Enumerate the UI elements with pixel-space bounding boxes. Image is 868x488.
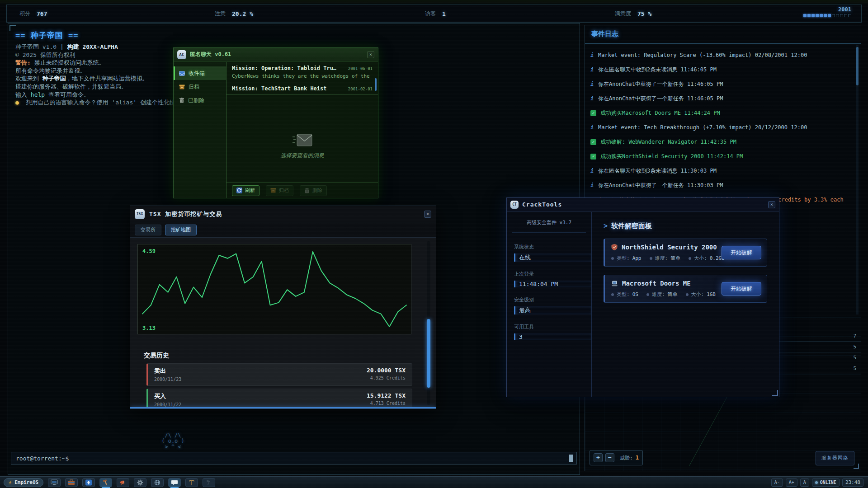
zoom-out-button[interactable]: −: [605, 453, 614, 462]
terminal-segment: 欢迎来到: [15, 75, 42, 82]
target-name: NorthShield Security 2000: [622, 244, 717, 251]
server-network-button[interactable]: 服务器网络: [816, 451, 854, 465]
meta-label: 类型:: [617, 291, 630, 298]
chat-scrollbar-thumb[interactable]: [375, 78, 377, 91]
year-indicator: 2001: [803, 6, 851, 17]
刷新-button[interactable]: 刷新: [232, 185, 259, 196]
font-increase-button[interactable]: A+: [786, 479, 797, 487]
message-row[interactable]: Mission: Operation: Tabloid Tru…2001-06-…: [226, 62, 378, 82]
stat-1: 积分767: [19, 5, 47, 22]
trade-row-sell: 卖出2000/11/2320.0000 TSX4.925 Credits: [146, 363, 412, 386]
divider: [585, 43, 861, 44]
sidebar-item-归档[interactable]: 归档: [174, 80, 226, 94]
info-icon: i: [590, 168, 594, 174]
tsx-scrollbar-thumb[interactable]: [427, 319, 430, 388]
taskbar-globe-icon[interactable]: [151, 478, 164, 487]
info-icon: i: [590, 124, 594, 131]
taskbar-gavel-icon[interactable]: [203, 478, 215, 487]
taskbar-pickaxe-icon[interactable]: [185, 478, 198, 487]
taskbar-upload-icon[interactable]: [82, 478, 95, 487]
year-progress-square: [840, 14, 843, 17]
crack-target-list: NorthShield Security 2000类型:App难度:简单大小:0…: [604, 239, 767, 303]
terminal-segment: ●: [15, 99, 23, 106]
chevron-icon: >: [604, 222, 608, 230]
chat-empty-text: 选择要查看的消息: [281, 152, 324, 160]
event-log-scrollbar-track[interactable]: [856, 45, 859, 314]
cracktools-window: CT CrackTools × 高级安全套件 v3.7 系统状态在线上次登录11…: [506, 197, 779, 397]
trade-date: 2000/11/22: [154, 402, 181, 407]
resize-corner[interactable]: [772, 390, 778, 396]
bullet-icon: [646, 293, 649, 296]
message-date: 2001-06-01: [348, 66, 373, 71]
stat-2: 注意20.2 %: [215, 5, 253, 22]
tsx-titlebar[interactable]: TSX TSX 加密货币挖矿与交易 ×: [130, 206, 436, 222]
close-icon[interactable]: ×: [367, 51, 374, 58]
chat-empty-state: 选择要查看的消息: [226, 109, 378, 183]
meta-label: 难度:: [652, 291, 665, 298]
event-log-entry: ✓成功购买Macrosoft Doors ME 11:44:24 PM: [590, 106, 854, 120]
font-reset-button[interactable]: A: [800, 479, 809, 487]
sidebar-item-已删除[interactable]: 已删除: [174, 94, 226, 107]
suite-version: 高级安全套件 v3.7: [512, 219, 586, 233]
success-check-icon: ✓: [590, 110, 596, 116]
sidebar-item-label: 已删除: [188, 97, 204, 104]
tsx-trading-window: TSX TSX 加密货币挖矿与交易 × 交易所挖矿地图 4.59 3.13 交易…: [130, 206, 436, 409]
start-button[interactable]: ⚡ EmpireOS: [4, 478, 43, 487]
trade-history-heading: 交易历史: [144, 352, 169, 360]
trade-history-list: 卖出2000/11/2320.0000 TSX4.925 Credits买入20…: [146, 363, 412, 409]
taskbar-gear-icon[interactable]: [134, 478, 146, 487]
message-subject: Mission: TechStart Bank Heist: [232, 85, 327, 92]
stat-4: 满意度75 %: [615, 5, 651, 22]
event-text: 成功破解: WebWanderer Navigator 11:42:35 PM: [600, 138, 736, 146]
event-log-entry: iMarket event: Regulatory Scare (-13.60%…: [590, 48, 854, 62]
trade-date: 2000/11/23: [154, 377, 181, 382]
year-progress-square: [844, 14, 847, 17]
terminal-segment: 输入: [15, 91, 31, 98]
map-zoom-controls: + − 威胁: 1: [590, 450, 643, 465]
cracktools-titlebar[interactable]: CT CrackTools ×: [507, 198, 779, 211]
terminal-segment: 禁止未经授权访问此系统。: [31, 59, 105, 66]
meta-value: 简单: [670, 255, 680, 262]
event-log-scrollbar-thumb[interactable]: [856, 47, 859, 85]
start-crack-button[interactable]: 开始破解: [722, 246, 761, 259]
close-icon[interactable]: ×: [424, 211, 431, 218]
trade-right: 20.0000 TSX4.925 Credits: [367, 367, 406, 382]
terminal-segment: 种子帝国 v1.0 |: [15, 43, 67, 50]
trash-icon: [179, 98, 184, 103]
year-progress-square: [832, 14, 835, 17]
归档-button[interactable]: 归档: [266, 185, 293, 196]
meta-item: 难度:简单: [646, 291, 678, 298]
taskbar-megaphone-icon[interactable]: [117, 478, 129, 487]
删除-button[interactable]: 删除: [300, 185, 327, 196]
start-crack-button[interactable]: 开始破解: [722, 282, 761, 296]
tab-挖矿地图[interactable]: 挖矿地图: [165, 225, 197, 235]
taskbar-store-icon[interactable]: [48, 478, 61, 487]
sidebar-item-收件箱[interactable]: 收件箱: [174, 66, 226, 80]
zoom-in-button[interactable]: +: [594, 453, 603, 462]
info-icon: i: [590, 52, 594, 58]
message-row[interactable]: Mission: TechStart Bank Heist2001-02-01: [226, 82, 378, 95]
chat-titlebar[interactable]: AC 匿名聊天 v0.61 ×: [174, 48, 378, 61]
taskbar-briefcase-icon[interactable]: [65, 478, 78, 487]
terminal-segment: 想用自己的语言输入命令？使用 'alias' 创建个性化快捷方式: [23, 99, 193, 106]
top-stat-bar: 积分767注意20.2 %访客1满意度75 % 2001: [6, 5, 862, 23]
font-decrease-button[interactable]: A-: [771, 479, 783, 487]
window-bottom-scrollbar[interactable]: [130, 407, 436, 408]
button-label: 归档: [279, 187, 289, 194]
taskbar-hammer-icon[interactable]: [99, 478, 112, 487]
refresh-icon: [236, 188, 242, 193]
cracktools-window-title: CrackTools: [522, 201, 562, 208]
event-text: 你在匿名聊天中收到3条未读消息 11:30:03 PM: [598, 167, 717, 175]
cracktools-app-icon: CT: [510, 201, 519, 209]
terminal-prompt: root@torrent:~$: [16, 455, 69, 462]
terminal-segment: 搭建你的服务器、破解软件，并躲避当局。: [15, 83, 127, 90]
taskbar-chat-icon[interactable]: [168, 478, 181, 487]
terminal-segment: © 2025 保留所有权利: [15, 52, 75, 58]
sidebar-item-label: 收件箱: [189, 70, 205, 77]
system-status-fields: 系统状态在线上次登录11:48:04 PM安全级别最高可用工具3: [507, 233, 591, 340]
info-icon: i: [590, 95, 594, 102]
terminal-input[interactable]: root@torrent:~$: [11, 452, 577, 465]
chart-high-label: 4.59: [142, 248, 156, 254]
tab-交易所[interactable]: 交易所: [135, 225, 161, 235]
close-icon[interactable]: ×: [768, 201, 775, 208]
